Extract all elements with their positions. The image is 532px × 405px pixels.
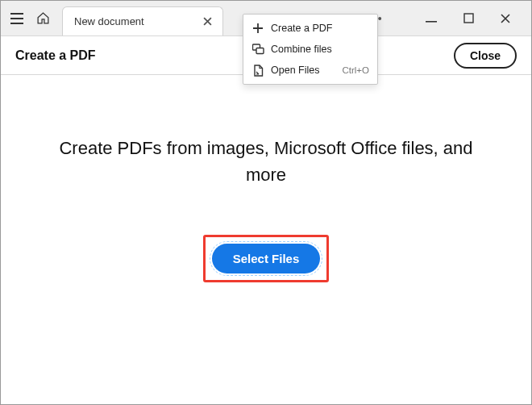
menu-item-label: Combine files [271,44,332,55]
tab-title: New document [74,15,144,27]
content-area: Create PDFs from images, Microsoft Offic… [1,75,531,404]
svg-rect-0 [10,13,23,15]
plus-icon [251,22,264,35]
headline-text: Create PDFs from images, Microsoft Offic… [56,135,476,188]
maximize-icon [463,13,474,23]
select-files-button[interactable]: Select Files [212,244,321,273]
combine-icon [251,43,264,56]
menu-item-label: Create a PDF [271,23,332,34]
menu-item-combine-files[interactable]: Combine files [243,39,377,60]
page-title: Create a PDF [15,48,96,63]
home-icon [36,11,50,25]
menu-item-label: Open Files [271,65,319,76]
window-close-button[interactable] [497,10,513,27]
minimize-icon [426,13,437,24]
window-minimize-button[interactable] [423,10,439,27]
home-button[interactable] [30,6,56,31]
window-controls [423,10,528,27]
svg-rect-2 [10,23,23,24]
tab-close-button[interactable] [200,14,214,28]
hamburger-icon [10,13,23,24]
svg-rect-1 [10,18,23,19]
open-file-icon [251,64,264,77]
menu-item-open-files[interactable]: Open Files Ctrl+O [243,60,377,81]
close-icon [203,17,212,26]
create-menu: Create a PDF Combine files Open Fil [243,14,378,85]
close-button[interactable]: Close [454,43,517,69]
document-tab[interactable]: New document [62,6,223,35]
hamburger-menu-button[interactable] [4,6,30,31]
svg-rect-3 [426,21,437,23]
svg-rect-6 [256,48,264,54]
close-icon [500,13,511,24]
menu-item-shortcut: Ctrl+O [342,65,369,75]
menu-item-create-pdf[interactable]: Create a PDF [243,18,377,39]
svg-rect-4 [464,14,473,23]
app-window: New document ••• [0,0,532,405]
window-maximize-button[interactable] [460,10,476,27]
annotation-select-files: Select Files [203,235,330,282]
